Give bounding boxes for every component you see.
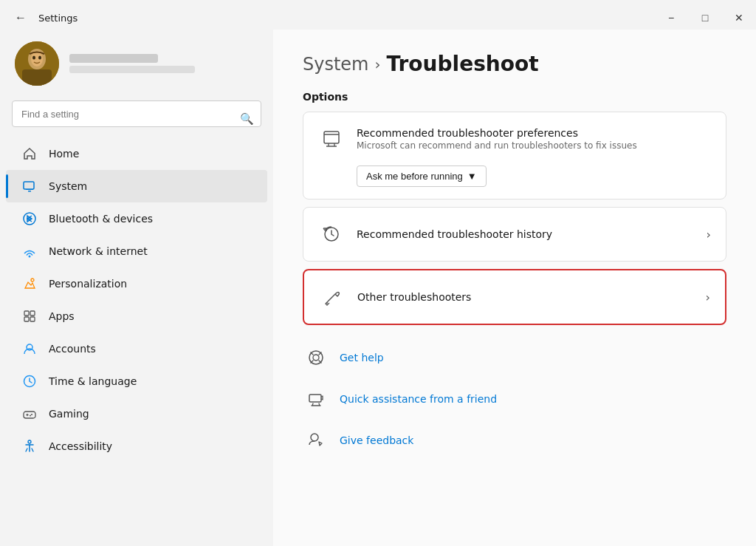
quick-assist-icon [303, 386, 329, 412]
system-icon [21, 177, 38, 195]
maximize-button[interactable]: □ [688, 6, 722, 30]
card-recommended-history[interactable]: Recommended troubleshooter history › [303, 207, 726, 262]
breadcrumb: System › Troubleshoot [303, 52, 726, 76]
apps-icon [21, 307, 38, 325]
sidebar-item-accounts[interactable]: Accounts [6, 332, 267, 365]
svg-rect-15 [30, 317, 35, 321]
accounts-icon [21, 340, 38, 358]
dropdown-value: Ask me before running [366, 171, 463, 182]
svg-point-5 [38, 56, 41, 60]
svg-rect-8 [26, 189, 33, 190]
breadcrumb-current: Troubleshoot [387, 52, 539, 76]
svg-rect-22 [324, 132, 339, 143]
history-chevron-icon: › [707, 228, 711, 242]
minimize-button[interactable]: − [654, 6, 688, 30]
card-bottom-recommended-prefs: Ask me before running ▼ [303, 165, 726, 199]
sidebar-item-network-label: Network & internet [49, 245, 148, 257]
user-name [69, 54, 158, 63]
gaming-icon [21, 405, 38, 423]
svg-point-28 [311, 434, 318, 441]
svg-point-21 [28, 440, 31, 443]
quick-assist-label: Quick assistance from a friend [340, 393, 497, 405]
titlebar-title: Settings [38, 13, 78, 24]
search-icon: 🔍 [240, 112, 254, 126]
sidebar-item-bluetooth-label: Bluetooth & devices [49, 213, 153, 225]
sidebar-item-system[interactable]: System [6, 170, 267, 202]
back-button[interactable]: ← [10, 7, 31, 28]
sidebar-item-gaming[interactable]: Gaming [6, 397, 267, 430]
give-feedback-icon [303, 427, 329, 454]
svg-point-19 [31, 414, 32, 415]
svg-rect-14 [24, 317, 29, 321]
sidebar-item-accessibility[interactable]: Accessibility [6, 430, 267, 463]
svg-point-3 [31, 52, 43, 66]
search-container: 🔍 [0, 100, 273, 137]
user-profile [0, 30, 273, 100]
other-chevron-icon: › [706, 290, 710, 304]
svg-rect-6 [24, 182, 34, 189]
link-get-help[interactable]: Get help [303, 337, 726, 378]
time-icon [21, 372, 38, 390]
avatar-image [15, 41, 59, 86]
card-row-recommended-history[interactable]: Recommended troubleshooter history › [303, 208, 726, 261]
svg-point-26 [313, 355, 319, 361]
chevron-down-icon: ▼ [467, 171, 477, 182]
personalization-icon [21, 275, 38, 293]
close-button[interactable]: ✕ [722, 6, 756, 30]
sidebar-item-accounts-label: Accounts [49, 343, 96, 355]
card-text-other: Other troubleshooters [357, 291, 694, 303]
card-title-recommended-prefs: Recommended troubleshooter preferences [357, 127, 711, 139]
svg-point-24 [326, 302, 328, 304]
svg-point-11 [31, 279, 34, 281]
links-section: Get help Quick assistance from a friend [303, 337, 726, 461]
svg-rect-27 [309, 395, 321, 402]
accessibility-icon [21, 437, 38, 455]
titlebar-left: ← Settings [0, 7, 78, 28]
sidebar-item-home-label: Home [49, 148, 79, 160]
card-row-other-troubleshooters[interactable]: Other troubleshooters › [304, 270, 725, 324]
link-give-feedback[interactable]: Give feedback [303, 420, 726, 461]
titlebar: ← Settings − □ ✕ [0, 0, 756, 30]
recommended-prefs-dropdown[interactable]: Ask me before running ▼ [357, 165, 487, 187]
svg-point-20 [30, 415, 31, 417]
options-section-title: Options [303, 91, 726, 103]
sidebar-item-network[interactable]: Network & internet [6, 235, 267, 267]
get-help-label: Get help [340, 352, 384, 364]
sidebar-item-personalization-label: Personalization [49, 278, 127, 290]
sidebar-item-home[interactable]: Home [6, 137, 267, 170]
sidebar-item-gaming-label: Gaming [49, 408, 89, 420]
home-icon [21, 145, 38, 163]
link-quick-assist[interactable]: Quick assistance from a friend [303, 378, 726, 420]
search-input[interactable] [12, 100, 261, 127]
svg-rect-13 [30, 311, 35, 315]
svg-point-10 [29, 256, 31, 258]
sidebar-item-system-label: System [49, 180, 87, 192]
user-info [69, 54, 195, 73]
card-title-history: Recommended troubleshooter history [357, 228, 695, 240]
card-recommended-prefs: Recommended troubleshooter preferences M… [303, 112, 726, 199]
card-text-recommended-prefs: Recommended troubleshooter preferences M… [357, 127, 711, 151]
sidebar: 🔍 Home System [0, 30, 273, 546]
give-feedback-label: Give feedback [340, 434, 413, 446]
avatar-svg [15, 41, 59, 86]
sidebar-item-time-label: Time & language [49, 375, 137, 387]
sidebar-item-bluetooth[interactable]: Bluetooth & devices [6, 202, 267, 235]
breadcrumb-separator: › [375, 55, 381, 73]
titlebar-controls: − □ ✕ [654, 6, 756, 30]
history-icon [318, 221, 345, 248]
sidebar-nav: Home System [0, 137, 273, 463]
card-subtitle-recommended-prefs: Microsoft can recommend and run troubles… [357, 140, 711, 151]
svg-rect-7 [28, 191, 31, 192]
sidebar-item-apps[interactable]: Apps [6, 300, 267, 332]
svg-rect-2 [22, 69, 52, 86]
get-help-icon [303, 344, 329, 371]
card-other-troubleshooters[interactable]: Other troubleshooters › [303, 269, 726, 325]
sidebar-item-time[interactable]: Time & language [6, 365, 267, 397]
avatar [15, 41, 59, 86]
card-row-recommended-prefs: Recommended troubleshooter preferences M… [303, 112, 726, 165]
svg-rect-18 [24, 412, 35, 418]
card-title-other: Other troubleshooters [357, 291, 694, 303]
svg-point-4 [32, 56, 35, 60]
sidebar-item-personalization[interactable]: Personalization [6, 267, 267, 300]
recommended-prefs-icon [318, 126, 345, 152]
